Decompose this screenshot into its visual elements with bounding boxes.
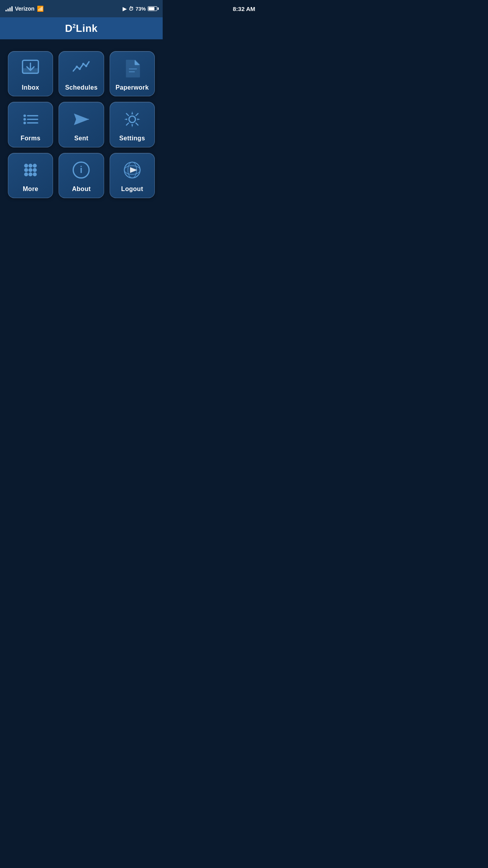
location-icon: ▶ <box>123 6 127 12</box>
svg-point-21 <box>24 168 28 172</box>
settings-button[interactable]: Settings <box>110 102 155 147</box>
more-label: More <box>23 186 38 193</box>
carrier-label: Verizon <box>15 6 35 12</box>
svg-point-24 <box>24 172 28 176</box>
svg-point-20 <box>33 164 37 167</box>
inbox-label: Inbox <box>22 84 39 91</box>
svg-point-22 <box>29 168 33 172</box>
svg-point-6 <box>85 65 88 67</box>
about-icon: i <box>70 158 93 182</box>
about-label: About <box>72 186 91 193</box>
inbox-button[interactable]: Inbox <box>8 51 53 96</box>
more-icon <box>19 158 42 182</box>
alarm-icon: ⏱ <box>128 6 134 12</box>
svg-point-18 <box>24 164 28 167</box>
app-header: D2Link <box>0 17 163 39</box>
logout-label: Logout <box>121 186 143 193</box>
forms-icon <box>19 107 42 131</box>
schedules-label: Schedules <box>65 84 98 91</box>
status-right: ▶ ⏱ 73% <box>123 6 157 12</box>
sent-button[interactable]: Sent <box>59 102 104 147</box>
wifi-icon: 📶 <box>37 6 44 12</box>
settings-label: Settings <box>119 135 145 142</box>
sent-label: Sent <box>74 135 88 142</box>
sent-icon <box>70 107 93 131</box>
menu-grid: Inbox Schedules <box>8 51 155 198</box>
svg-point-13 <box>24 121 26 124</box>
paperwork-button[interactable]: Paperwork <box>110 51 155 96</box>
svg-point-11 <box>24 118 26 120</box>
svg-point-25 <box>29 172 33 176</box>
logout-button[interactable]: Logout <box>110 153 155 198</box>
main-content: Inbox Schedules <box>0 39 163 289</box>
svg-point-4 <box>79 68 81 70</box>
schedules-icon <box>70 57 93 80</box>
paperwork-label: Paperwork <box>116 84 149 91</box>
svg-point-17 <box>129 116 136 123</box>
settings-icon <box>120 107 144 131</box>
svg-point-23 <box>33 168 37 172</box>
battery-icon <box>148 6 157 11</box>
forms-button[interactable]: Forms <box>8 102 53 147</box>
svg-point-3 <box>76 66 78 68</box>
paperwork-icon <box>120 57 144 80</box>
svg-text:i: i <box>80 164 83 175</box>
svg-point-5 <box>83 63 85 65</box>
schedules-button[interactable]: Schedules <box>59 51 104 96</box>
battery-percent: 73% <box>136 6 146 12</box>
svg-point-19 <box>29 164 33 167</box>
about-button[interactable]: i About <box>59 153 104 198</box>
status-left: Verizon 📶 <box>6 6 44 12</box>
more-button[interactable]: More <box>8 153 53 198</box>
svg-point-9 <box>24 114 26 117</box>
svg-point-26 <box>33 172 37 176</box>
forms-label: Forms <box>20 135 40 142</box>
signal-icon <box>6 6 13 11</box>
inbox-icon <box>19 57 42 80</box>
logout-icon <box>120 158 144 182</box>
status-bar: Verizon 📶 8:32 AM ▶ ⏱ 73% <box>0 0 163 17</box>
app-title: D2Link <box>65 22 97 35</box>
